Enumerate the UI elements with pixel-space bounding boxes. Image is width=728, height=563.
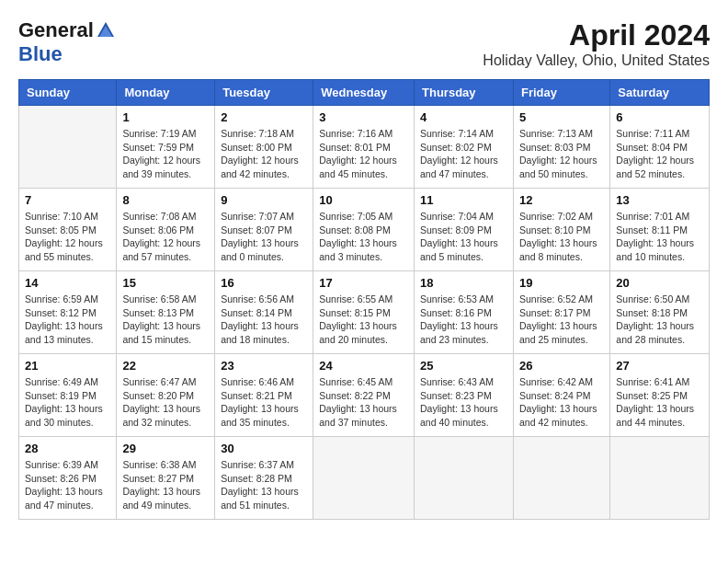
day-info: Sunrise: 6:53 AM Sunset: 8:16 PM Dayligh… bbox=[420, 293, 507, 347]
day-number: 17 bbox=[319, 276, 408, 290]
logo-icon bbox=[96, 20, 116, 40]
day-number: 23 bbox=[221, 359, 307, 373]
day-info: Sunrise: 6:59 AM Sunset: 8:12 PM Dayligh… bbox=[25, 293, 110, 347]
calendar-cell: 30Sunrise: 6:37 AM Sunset: 8:28 PM Dayli… bbox=[215, 437, 313, 520]
calendar-cell: 6Sunrise: 7:11 AM Sunset: 8:04 PM Daylig… bbox=[610, 106, 710, 189]
day-info: Sunrise: 7:05 AM Sunset: 8:08 PM Dayligh… bbox=[319, 210, 408, 264]
day-info: Sunrise: 6:42 AM Sunset: 8:24 PM Dayligh… bbox=[519, 375, 604, 430]
calendar-header-row: SundayMondayTuesdayWednesdayThursdayFrid… bbox=[19, 80, 710, 106]
day-header-sunday: Sunday bbox=[19, 80, 117, 106]
day-number: 15 bbox=[122, 276, 209, 290]
day-info: Sunrise: 6:37 AM Sunset: 8:28 PM Dayligh… bbox=[221, 458, 307, 512]
day-number: 16 bbox=[221, 276, 307, 290]
day-number: 10 bbox=[319, 193, 408, 207]
day-number: 7 bbox=[25, 193, 110, 207]
day-number: 12 bbox=[519, 193, 604, 207]
calendar-cell: 10Sunrise: 7:05 AM Sunset: 8:08 PM Dayli… bbox=[313, 189, 415, 271]
day-info: Sunrise: 6:49 AM Sunset: 8:19 PM Dayligh… bbox=[25, 375, 110, 430]
calendar-cell bbox=[610, 437, 710, 520]
logo-blue: Blue bbox=[18, 42, 63, 65]
day-info: Sunrise: 7:16 AM Sunset: 8:01 PM Dayligh… bbox=[319, 127, 408, 181]
day-number: 6 bbox=[616, 110, 703, 124]
day-info: Sunrise: 7:08 AM Sunset: 8:06 PM Dayligh… bbox=[122, 210, 209, 264]
day-number: 14 bbox=[25, 276, 110, 290]
calendar-cell: 11Sunrise: 7:04 AM Sunset: 8:09 PM Dayli… bbox=[415, 189, 514, 271]
week-row-5: 28Sunrise: 6:39 AM Sunset: 8:26 PM Dayli… bbox=[19, 437, 710, 520]
calendar-cell: 12Sunrise: 7:02 AM Sunset: 8:10 PM Dayli… bbox=[513, 189, 609, 271]
calendar-cell: 17Sunrise: 6:55 AM Sunset: 8:15 PM Dayli… bbox=[313, 271, 415, 354]
calendar-cell: 21Sunrise: 6:49 AM Sunset: 8:19 PM Dayli… bbox=[19, 354, 117, 437]
day-number: 19 bbox=[519, 276, 604, 290]
day-header-tuesday: Tuesday bbox=[215, 80, 313, 106]
day-info: Sunrise: 7:07 AM Sunset: 8:07 PM Dayligh… bbox=[221, 210, 307, 264]
day-number: 4 bbox=[420, 110, 507, 124]
day-number: 29 bbox=[122, 442, 209, 455]
calendar-cell: 22Sunrise: 6:47 AM Sunset: 8:20 PM Dayli… bbox=[117, 354, 215, 437]
day-info: Sunrise: 7:11 AM Sunset: 8:04 PM Dayligh… bbox=[616, 127, 703, 181]
day-header-monday: Monday bbox=[117, 80, 215, 106]
calendar-title: April 2024 bbox=[483, 18, 710, 52]
day-number: 27 bbox=[616, 359, 703, 373]
day-number: 2 bbox=[221, 110, 307, 124]
calendar-table: SundayMondayTuesdayWednesdayThursdayFrid… bbox=[18, 79, 710, 520]
day-number: 18 bbox=[420, 276, 507, 290]
calendar-cell: 28Sunrise: 6:39 AM Sunset: 8:26 PM Dayli… bbox=[19, 437, 117, 520]
day-info: Sunrise: 6:56 AM Sunset: 8:14 PM Dayligh… bbox=[221, 293, 307, 347]
day-number: 8 bbox=[122, 193, 209, 207]
week-row-3: 14Sunrise: 6:59 AM Sunset: 8:12 PM Dayli… bbox=[19, 271, 710, 354]
day-info: Sunrise: 7:19 AM Sunset: 7:59 PM Dayligh… bbox=[122, 127, 209, 181]
calendar-cell: 24Sunrise: 6:45 AM Sunset: 8:22 PM Dayli… bbox=[313, 354, 415, 437]
day-info: Sunrise: 7:01 AM Sunset: 8:11 PM Dayligh… bbox=[616, 210, 703, 264]
calendar-cell: 1Sunrise: 7:19 AM Sunset: 7:59 PM Daylig… bbox=[117, 106, 215, 189]
day-info: Sunrise: 6:45 AM Sunset: 8:22 PM Dayligh… bbox=[319, 375, 408, 430]
day-number: 13 bbox=[616, 193, 703, 207]
logo: General Blue bbox=[18, 18, 118, 66]
day-number: 21 bbox=[25, 359, 110, 373]
calendar-cell: 26Sunrise: 6:42 AM Sunset: 8:24 PM Dayli… bbox=[513, 354, 609, 437]
day-number: 25 bbox=[420, 359, 507, 373]
calendar-cell bbox=[19, 106, 117, 189]
day-info: Sunrise: 6:39 AM Sunset: 8:26 PM Dayligh… bbox=[25, 458, 110, 512]
calendar-cell bbox=[513, 437, 609, 520]
calendar-cell: 7Sunrise: 7:10 AM Sunset: 8:05 PM Daylig… bbox=[19, 189, 117, 271]
calendar-cell: 29Sunrise: 6:38 AM Sunset: 8:27 PM Dayli… bbox=[117, 437, 215, 520]
day-info: Sunrise: 6:41 AM Sunset: 8:25 PM Dayligh… bbox=[616, 375, 703, 430]
day-header-friday: Friday bbox=[513, 80, 609, 106]
day-number: 11 bbox=[420, 193, 507, 207]
day-number: 28 bbox=[25, 442, 110, 455]
header: General Blue April 2024 Holiday Valley, … bbox=[18, 18, 710, 70]
week-row-1: 1Sunrise: 7:19 AM Sunset: 7:59 PM Daylig… bbox=[19, 106, 710, 189]
calendar-cell: 19Sunrise: 6:52 AM Sunset: 8:17 PM Dayli… bbox=[513, 271, 609, 354]
calendar-cell: 3Sunrise: 7:16 AM Sunset: 8:01 PM Daylig… bbox=[313, 106, 415, 189]
calendar-cell: 4Sunrise: 7:14 AM Sunset: 8:02 PM Daylig… bbox=[415, 106, 514, 189]
day-info: Sunrise: 6:52 AM Sunset: 8:17 PM Dayligh… bbox=[519, 293, 604, 347]
calendar-cell bbox=[415, 437, 514, 520]
day-number: 9 bbox=[221, 193, 307, 207]
calendar-cell: 8Sunrise: 7:08 AM Sunset: 8:06 PM Daylig… bbox=[117, 189, 215, 271]
calendar-cell: 14Sunrise: 6:59 AM Sunset: 8:12 PM Dayli… bbox=[19, 271, 117, 354]
calendar-cell: 9Sunrise: 7:07 AM Sunset: 8:07 PM Daylig… bbox=[215, 189, 313, 271]
week-row-2: 7Sunrise: 7:10 AM Sunset: 8:05 PM Daylig… bbox=[19, 189, 710, 271]
day-number: 26 bbox=[519, 359, 604, 373]
week-row-4: 21Sunrise: 6:49 AM Sunset: 8:19 PM Dayli… bbox=[19, 354, 710, 437]
day-info: Sunrise: 6:58 AM Sunset: 8:13 PM Dayligh… bbox=[122, 293, 209, 347]
day-number: 3 bbox=[319, 110, 408, 124]
day-info: Sunrise: 6:47 AM Sunset: 8:20 PM Dayligh… bbox=[122, 375, 209, 430]
day-info: Sunrise: 7:10 AM Sunset: 8:05 PM Dayligh… bbox=[25, 210, 110, 264]
calendar-cell: 15Sunrise: 6:58 AM Sunset: 8:13 PM Dayli… bbox=[117, 271, 215, 354]
calendar-cell bbox=[313, 437, 415, 520]
calendar-cell: 20Sunrise: 6:50 AM Sunset: 8:18 PM Dayli… bbox=[610, 271, 710, 354]
calendar-subtitle: Holiday Valley, Ohio, United States bbox=[483, 52, 710, 69]
day-info: Sunrise: 7:13 AM Sunset: 8:03 PM Dayligh… bbox=[519, 127, 604, 181]
day-number: 22 bbox=[122, 359, 209, 373]
day-info: Sunrise: 7:18 AM Sunset: 8:00 PM Dayligh… bbox=[221, 127, 307, 181]
day-header-wednesday: Wednesday bbox=[313, 80, 415, 106]
calendar-cell: 25Sunrise: 6:43 AM Sunset: 8:23 PM Dayli… bbox=[415, 354, 514, 437]
calendar-cell: 18Sunrise: 6:53 AM Sunset: 8:16 PM Dayli… bbox=[415, 271, 514, 354]
day-number: 5 bbox=[519, 110, 604, 124]
calendar-cell: 27Sunrise: 6:41 AM Sunset: 8:25 PM Dayli… bbox=[610, 354, 710, 437]
calendar-cell: 16Sunrise: 6:56 AM Sunset: 8:14 PM Dayli… bbox=[215, 271, 313, 354]
day-info: Sunrise: 6:43 AM Sunset: 8:23 PM Dayligh… bbox=[420, 375, 507, 430]
day-number: 30 bbox=[221, 442, 307, 455]
day-info: Sunrise: 7:02 AM Sunset: 8:10 PM Dayligh… bbox=[519, 210, 604, 264]
